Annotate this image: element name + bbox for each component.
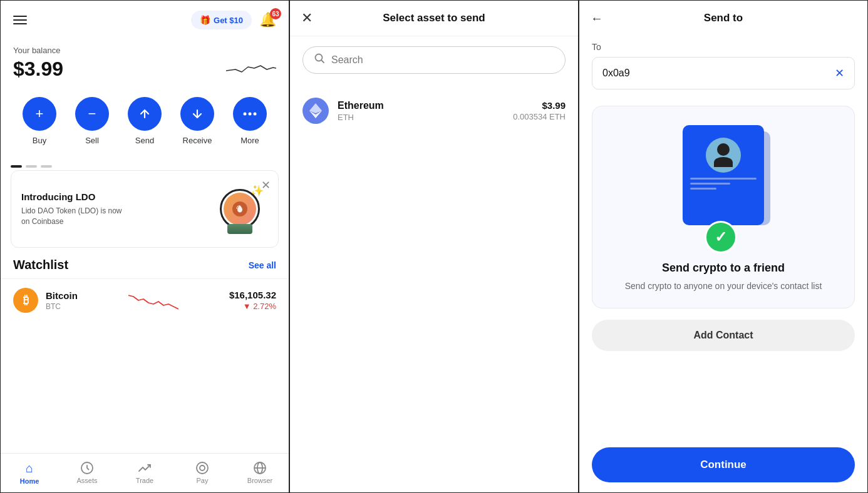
bitcoin-values: $16,105.32 ▼ 2.72% xyxy=(229,290,276,311)
search-container xyxy=(290,36,578,84)
id-card xyxy=(683,125,764,225)
more-icon xyxy=(243,111,257,116)
right-title: Send to xyxy=(704,12,743,24)
assets-icon xyxy=(80,461,94,475)
hamburger-icon xyxy=(13,16,27,24)
home-icon: ⌂ xyxy=(26,461,33,475)
nav-pay[interactable]: Pay xyxy=(173,459,231,487)
nav-browser[interactable]: Browser xyxy=(231,459,289,487)
receive-label: Receive xyxy=(183,136,212,145)
back-button[interactable]: ← xyxy=(591,11,603,26)
ldo-illustration: ✨ xyxy=(215,184,265,234)
balance-label: Your balance xyxy=(13,46,276,55)
get-money-button[interactable]: 🎁 Get $10 xyxy=(191,11,252,29)
add-contact-button[interactable]: Add Contact xyxy=(592,320,855,351)
browser-nav-label: Browser xyxy=(247,477,272,484)
check-circle: ✓ xyxy=(705,221,737,253)
more-label: More xyxy=(240,136,259,145)
close-button[interactable]: ✕ xyxy=(301,10,313,26)
ethereum-values: $3.99 0.003534 ETH xyxy=(513,100,566,121)
bottom-nav: ⌂ Home Assets Trade Pay xyxy=(1,453,289,492)
action-buttons: + Buy − Sell Send Receive xyxy=(1,92,289,158)
send-button-wrap: Send xyxy=(128,97,162,145)
left-header: 🎁 Get $10 🔔 63 xyxy=(1,1,289,39)
menu-button[interactable] xyxy=(13,16,27,24)
bitcoin-symbol: BTC xyxy=(46,302,78,311)
svg-point-0 xyxy=(244,113,247,116)
nav-home[interactable]: ⌂ Home xyxy=(1,459,58,487)
friend-card-title: Send crypto to a friend xyxy=(662,262,785,275)
to-input-wrap: ✕ xyxy=(592,57,855,89)
ldo-token-icon xyxy=(224,193,256,225)
dot-active xyxy=(11,165,22,168)
svg-point-1 xyxy=(249,113,252,116)
search-icon xyxy=(314,53,325,67)
buy-button-wrap: + Buy xyxy=(23,97,56,145)
add-contact-area: Add Contact xyxy=(579,315,867,351)
middle-panel: ✕ Select asset to send Ether xyxy=(289,0,579,493)
ethereum-usd: $3.99 xyxy=(513,100,566,111)
avatar-head xyxy=(717,143,730,156)
ethereum-icon xyxy=(302,98,329,124)
nav-assets[interactable]: Assets xyxy=(58,459,116,487)
middle-header: ✕ Select asset to send xyxy=(290,1,578,36)
asset-list: Ethereum ETH $3.99 0.003534 ETH xyxy=(290,84,578,138)
ldo-base xyxy=(227,224,252,234)
see-all-button[interactable]: See all xyxy=(249,260,276,270)
id-avatar xyxy=(706,138,741,173)
ldo-circle xyxy=(220,189,260,229)
nav-trade[interactable]: Trade xyxy=(116,459,173,487)
clear-address-button[interactable]: ✕ xyxy=(835,66,844,80)
promo-text: Introducing LDO Lido DAO Token (LDO) is … xyxy=(21,191,128,227)
sell-button-wrap: − Sell xyxy=(75,97,109,145)
send-button[interactable] xyxy=(128,97,162,131)
bitcoin-chart xyxy=(78,289,229,312)
id-line-3 xyxy=(690,188,716,190)
balance-section: Your balance $3.99 xyxy=(1,39,289,92)
avatar-body xyxy=(714,157,733,167)
search-input[interactable] xyxy=(331,54,554,66)
svg-point-2 xyxy=(254,113,257,116)
home-nav-label: Home xyxy=(20,477,39,485)
left-panel: 🎁 Get $10 🔔 63 Your balance $3.99 + Buy … xyxy=(0,0,289,493)
bitcoin-info: Bitcoin BTC xyxy=(46,290,78,311)
right-panel: ← Send to To ✕ xyxy=(579,0,868,493)
ethereum-info: Ethereum ETH xyxy=(338,100,513,122)
ethereum-crypto: 0.003534 ETH xyxy=(513,112,566,121)
notifications-button[interactable]: 🔔 63 xyxy=(259,12,276,28)
receive-button-wrap: Receive xyxy=(180,97,214,145)
bitcoin-name: Bitcoin xyxy=(46,290,78,301)
continue-btn-area: Continue xyxy=(579,437,867,492)
ethereum-asset-item[interactable]: Ethereum ETH $3.99 0.003534 ETH xyxy=(290,89,578,133)
continue-button[interactable]: Continue xyxy=(592,447,855,482)
friend-illustration: ✓ xyxy=(667,125,780,250)
to-label: To xyxy=(592,42,855,52)
send-to-section: To ✕ xyxy=(579,36,867,99)
promo-title: Introducing LDO xyxy=(21,191,128,202)
friend-card-description: Send crypto to anyone on your device's c… xyxy=(625,280,822,293)
sell-label: Sell xyxy=(85,136,99,145)
trade-icon xyxy=(138,461,152,475)
buy-button[interactable]: + xyxy=(23,97,56,131)
pay-nav-label: Pay xyxy=(197,477,209,484)
svg-point-5 xyxy=(197,462,208,474)
banner-dots xyxy=(1,158,289,170)
notification-badge: 63 xyxy=(270,8,281,19)
receive-button[interactable] xyxy=(180,97,214,131)
svg-marker-11 xyxy=(309,103,322,113)
more-button[interactable] xyxy=(233,97,267,131)
promo-description: Lido DAO Token (LDO) is now on Coinbase xyxy=(21,206,128,227)
dot-inactive-1 xyxy=(26,165,37,168)
search-bar xyxy=(302,46,566,74)
middle-title: Select asset to send xyxy=(383,12,485,24)
friend-card: ✓ Send crypto to a friend Send crypto to… xyxy=(592,106,855,308)
dot-inactive-2 xyxy=(41,165,52,168)
ethereum-name: Ethereum xyxy=(338,100,513,111)
header-right: 🎁 Get $10 🔔 63 xyxy=(191,11,276,29)
bitcoin-list-item[interactable]: ₿ Bitcoin BTC $16,105.32 ▼ 2.72% xyxy=(1,278,289,322)
get-label: Get $10 xyxy=(214,16,243,25)
send-label: Send xyxy=(135,136,154,145)
to-address-input[interactable] xyxy=(602,68,835,79)
receive-icon xyxy=(190,107,204,121)
sell-button[interactable]: − xyxy=(75,97,109,131)
